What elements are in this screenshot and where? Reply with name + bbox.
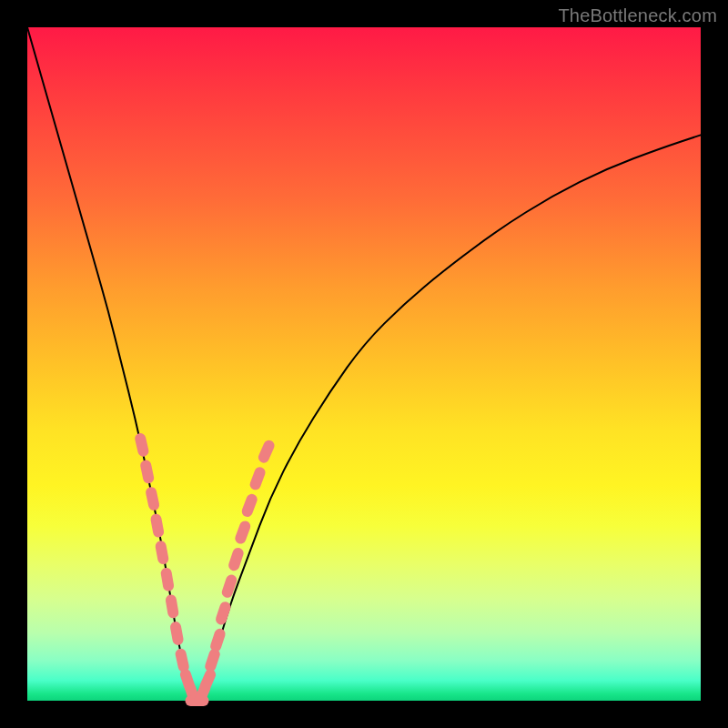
curve-marker <box>257 439 276 465</box>
curve-marker <box>165 594 179 620</box>
curve-marker <box>145 486 160 511</box>
curve-marker <box>175 648 190 673</box>
curve-marker <box>215 601 233 626</box>
curve-svg <box>27 27 701 701</box>
curve-marker <box>134 432 150 458</box>
marker-group <box>134 432 276 707</box>
curve-marker <box>228 546 246 571</box>
curve-marker <box>169 621 184 646</box>
watermark-text: TheBottleneck.com <box>558 5 717 26</box>
curve-marker <box>209 627 228 652</box>
curve-marker <box>198 667 217 693</box>
curve-marker <box>204 647 222 672</box>
curve-marker <box>234 520 252 546</box>
bottleneck-curve <box>27 27 701 697</box>
curve-marker <box>155 540 170 565</box>
curve-marker <box>240 492 258 519</box>
curve-marker <box>220 573 238 599</box>
chart-frame: TheBottleneck.com <box>0 0 728 728</box>
curve-marker <box>248 466 267 492</box>
curve-marker <box>160 567 175 592</box>
plot-area <box>27 27 701 701</box>
curve-marker <box>150 513 166 539</box>
curve-marker <box>139 459 155 484</box>
